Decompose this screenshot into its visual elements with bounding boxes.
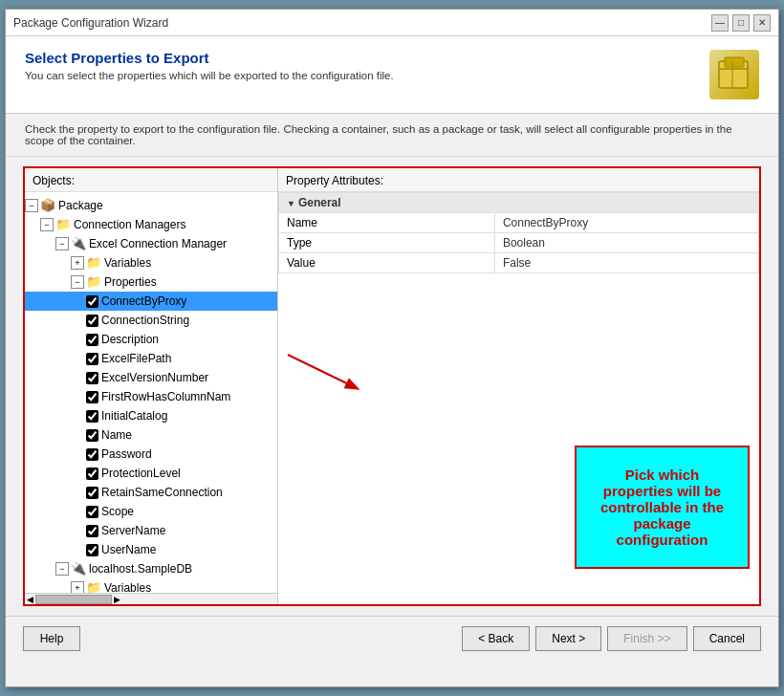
localhost-conn-icon: 🔌 (71, 560, 86, 577)
expander-conn-mgrs[interactable]: − (40, 218, 54, 231)
expander-vars1[interactable]: + (71, 256, 84, 270)
tree-item-initialcatalog[interactable]: InitialCatalog (25, 406, 277, 425)
svg-rect-1 (725, 57, 744, 67)
prop-group-general: ▼General (279, 193, 759, 213)
checkbox-firstrowhascolumnnam[interactable] (86, 391, 98, 403)
horizontal-scrollbar[interactable]: ◀ ▶ (25, 593, 277, 604)
checkbox-protectionlevel[interactable] (86, 468, 98, 480)
left-panel: Objects: − 📦 Package − 📁 Connection Mana… (25, 168, 278, 604)
tree-item-connectbyproxy[interactable]: ConnectByProxy (25, 292, 277, 311)
back-button[interactable]: < Back (462, 626, 530, 651)
checkbox-connectbyproxy[interactable] (86, 295, 98, 308)
prop-attributes-label: Property Attributes: (278, 168, 759, 192)
checkbox-password[interactable] (86, 448, 98, 461)
wizard-subtitle: You can select the properties which will… (25, 70, 394, 81)
excel-conn-icon: 🔌 (71, 235, 86, 252)
tree-item-properties-1[interactable]: − 📁 Properties (25, 272, 277, 292)
initialcatalog-label: InitialCatalog (101, 407, 167, 424)
footer-left: Help (23, 626, 80, 651)
checkbox-initialcatalog[interactable] (86, 410, 98, 423)
properties-icon-1: 📁 (86, 273, 101, 291)
tree-item-localhost-sampledb[interactable]: − 🔌 localhost.SampleDB (25, 559, 277, 578)
checkbox-scope[interactable] (86, 506, 98, 518)
checkbox-servername[interactable] (86, 525, 98, 537)
expander-package[interactable]: − (25, 199, 38, 212)
callout-text: Pick which properties will be controllab… (591, 467, 733, 548)
tree-item-excel-conn[interactable]: − 🔌 Excel Connection Manager (25, 234, 277, 253)
expander-localhost[interactable]: − (55, 562, 69, 576)
tree-item-connectionstring[interactable]: ConnectionString (25, 311, 277, 330)
tree-item-protectionlevel[interactable]: ProtectionLevel (25, 464, 277, 483)
checkbox-username[interactable] (86, 544, 98, 556)
window-title: Package Configuration Wizard (13, 16, 168, 30)
cancel-button[interactable]: Cancel (693, 626, 761, 651)
wizard-header: Select Properties to Export You can sele… (6, 36, 778, 114)
tree-container[interactable]: − 📦 Package − 📁 Connection Managers − 🔌 (25, 192, 277, 593)
excelversionnumber-label: ExcelVersionNumber (101, 369, 208, 386)
retainsameconnection-label: RetainSameConnection (101, 484, 223, 501)
expander-vars2[interactable]: + (71, 581, 84, 593)
tree-item-firstrowhascolumnnam[interactable]: FirstRowHasColumnNam (25, 387, 277, 406)
tree-item-excelversionnumber[interactable]: ExcelVersionNumber (25, 368, 277, 387)
minimize-button[interactable]: — (711, 14, 729, 32)
description-bar: Check the property to export to the conf… (6, 114, 778, 157)
title-bar-buttons: — □ ✕ (711, 14, 771, 32)
finish-button[interactable]: Finish >> (607, 626, 686, 651)
checkbox-name[interactable] (86, 429, 98, 442)
maximize-button[interactable]: □ (732, 14, 750, 32)
callout-box: Pick which properties will be controllab… (575, 446, 750, 569)
checkbox-connectionstring[interactable] (86, 315, 98, 327)
tree-item-name[interactable]: Name (25, 425, 277, 445)
wizard-footer: Help < Back Next > Finish >> Cancel (6, 616, 778, 661)
tree-item-servername[interactable]: ServerName (25, 521, 277, 540)
password-label: Password (101, 446, 152, 463)
expander-props1[interactable]: − (71, 275, 84, 289)
package-icon: 📦 (40, 197, 55, 214)
svg-line-5 (288, 355, 357, 388)
scroll-right-arrow[interactable]: ▶ (114, 595, 120, 604)
tree-item-retainsameconnection[interactable]: RetainSameConnection (25, 483, 277, 502)
excel-conn-label: Excel Connection Manager (89, 235, 227, 252)
tree-item-password[interactable]: Password (25, 445, 277, 464)
expander-excel[interactable]: − (55, 237, 69, 250)
excelfilepath-label: ExcelFilePath (101, 350, 171, 367)
content-area: Objects: − 📦 Package − 📁 Connection Mana… (23, 166, 761, 606)
checkbox-excelversionnumber[interactable] (86, 372, 98, 384)
prop-value-label: Value (279, 253, 495, 273)
variables-label-1: Variables (104, 254, 151, 272)
next-button[interactable]: Next > (535, 626, 601, 651)
prop-name-label: Name (279, 213, 495, 233)
variables-label-2: Variables (104, 579, 151, 593)
right-panel: Property Attributes: ▼General Name Conne… (278, 168, 759, 604)
checkbox-retainsameconnection[interactable] (86, 487, 98, 499)
tree-item-scope[interactable]: Scope (25, 502, 277, 521)
checkbox-description[interactable] (86, 334, 98, 346)
footer-right: < Back Next > Finish >> Cancel (462, 626, 761, 651)
tree-item-variables-2[interactable]: + 📁 Variables (25, 578, 277, 593)
package-label: Package (58, 197, 103, 214)
tree-item-excelfilepath[interactable]: ExcelFilePath (25, 349, 277, 368)
variables-icon-1: 📁 (86, 254, 101, 272)
help-button[interactable]: Help (23, 626, 80, 651)
tree-item-conn-mgrs[interactable]: − 📁 Connection Managers (25, 215, 277, 234)
wizard-icon-svg (711, 52, 757, 98)
prop-row-value: Value False (279, 253, 759, 273)
close-button[interactable]: ✕ (753, 14, 771, 32)
tree-item-package[interactable]: − 📦 Package (25, 196, 277, 215)
objects-label: Objects: (25, 168, 277, 192)
tree-item-variables-1[interactable]: + 📁 Variables (25, 253, 277, 272)
prop-name-value: ConnectByProxy (494, 213, 758, 233)
protectionlevel-label: ProtectionLevel (101, 465, 181, 482)
title-bar: Package Configuration Wizard — □ ✕ (6, 10, 778, 36)
tree-item-username[interactable]: UserName (25, 540, 277, 559)
scroll-left-arrow[interactable]: ◀ (27, 595, 33, 604)
prop-row-name: Name ConnectByProxy (279, 213, 759, 233)
folder-icon-1: 📁 (55, 216, 71, 233)
username-label: UserName (101, 541, 156, 558)
checkbox-excelfilepath[interactable] (86, 353, 98, 365)
prop-value-value: False (494, 253, 758, 273)
tree-item-description[interactable]: Description (25, 330, 277, 349)
scrollbar-thumb-h[interactable] (35, 595, 112, 604)
connectionstring-label: ConnectionString (101, 312, 189, 329)
properties-label-1: Properties (104, 273, 157, 291)
